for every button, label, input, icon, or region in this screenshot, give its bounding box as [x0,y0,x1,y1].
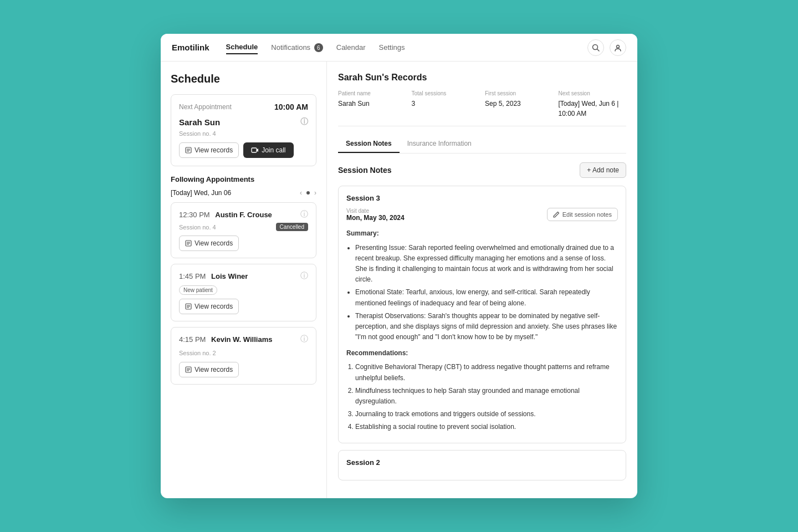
new-patient-tag: New patient [179,285,217,295]
recommendation-1: Cognitive Behavioral Therapy (CBT) to ad… [355,362,618,383]
session-notes-header: Session Notes + Add note [338,162,626,178]
recommendation-3: Journaling to track emotions and trigger… [355,409,618,420]
summary-bullet-1: Presenting Issue: Sarah reported feeling… [355,243,618,285]
record-tabs: Session Notes Insurance Information [338,135,626,154]
view-records-button-next[interactable]: View records [179,142,239,158]
view-records-button-lois[interactable]: View records [179,299,239,314]
right-panel: Sarah Sun's Records Patient name Sarah S… [327,62,637,498]
session-2-card: Session 2 [338,450,626,480]
kevin-info-icon[interactable]: ⓘ [300,334,308,344]
records-icon [185,147,192,154]
kevin-session-label: Session no. 2 [179,350,216,356]
next-appointment-time: 10:00 AM [274,103,308,111]
date-controls: ‹ › [300,189,316,197]
view-records-button-austin[interactable]: View records [179,236,239,251]
page-title: Schedule [171,73,316,85]
nav-notifications[interactable]: Notifications 6 [271,41,323,55]
edit-icon [553,211,560,218]
video-call-icon [251,147,259,154]
patient-info-icon[interactable]: ⓘ [300,117,308,127]
tab-insurance[interactable]: Insurance Information [400,135,479,153]
next-appointment-card: Next Appointment 10:00 AM Sarah Sun ⓘ Se… [171,94,316,166]
add-note-button[interactable]: + Add note [580,162,626,178]
notification-badge: 6 [314,43,323,52]
date-navigation: [Today] Wed, Jun 06 ‹ › [171,189,316,197]
meta-first-session: First session Sep 5, 2023 [485,90,553,118]
nav-action-icons [587,39,626,56]
cancelled-tag: Cancelled [276,223,308,231]
date-label: [Today] Wed, Jun 06 [171,189,231,197]
nav-links: Schedule Notifications 6 Calendar Settin… [226,40,587,54]
next-date-button[interactable]: › [314,189,316,197]
austin-session-row: Session no. 4 Cancelled [179,223,308,231]
session-3-title: Session 3 [346,194,618,202]
appointment-time-patient: 12:30 PM Austin F. Crouse [179,211,272,219]
edit-session-notes-button[interactable]: Edit session notes [547,208,618,221]
kevin-session-row: Session no. 2 [179,347,308,357]
main-content: Schedule Next Appointment 10:00 AM Sarah… [161,62,637,498]
appointment-item-header-austin: 12:30 PM Austin F. Crouse ⓘ [179,209,308,219]
appointment-item-austin: 12:30 PM Austin F. Crouse ⓘ Session no. … [171,202,316,258]
records-icon-austin [185,240,192,247]
session-3-card: Session 3 Visit date Mon, May 30, 2024 E… [338,186,626,443]
records-title: Sarah Sun's Records [338,73,626,83]
records-title-suffix: 's Records [382,73,427,82]
svg-rect-7 [252,148,257,152]
meta-next-session: Next session [Today] Wed, Jun 6 | 10:00 … [559,90,627,118]
visit-date-value: Mon, May 30, 2024 [346,214,405,222]
nav-bar: Emotilink Schedule Notifications 6 Calen… [161,34,637,62]
meta-total-sessions: Total sessions 3 [412,90,480,118]
records-patient-name: Sarah Sun [338,73,382,82]
kevin-time-patient: 4:15 PM Kevin W. Williams [179,335,272,344]
next-appointment-patient: Sarah Sun ⓘ [179,117,308,127]
next-appointment-header: Next Appointment 10:00 AM [179,103,308,111]
visit-date-label: Visit date [346,208,405,214]
svg-line-1 [597,49,600,51]
austin-session-label: Session no. 4 [179,224,216,231]
lois-time-patient: 1:45 PM Lois Winer [179,272,248,280]
visit-date-info: Visit date Mon, May 30, 2024 [346,208,405,222]
date-dot-indicator [306,191,310,195]
records-icon-lois [185,303,192,310]
summary-bullet-3: Therapist Observations: Sarah's thoughts… [355,311,618,343]
svg-point-2 [617,45,620,48]
view-records-button-kevin[interactable]: View records [179,362,239,377]
appointment-item-header-lois: 1:45 PM Lois Winer ⓘ [179,271,308,281]
join-call-button[interactable]: Join call [243,142,293,158]
lois-tag-row: New patient [179,284,308,294]
appointment-item-kevin: 4:15 PM Kevin W. Williams ⓘ Session no. … [171,327,316,385]
session-2-title: Session 2 [346,458,618,467]
visit-date-row: Visit date Mon, May 30, 2024 Edit sessio… [346,208,618,222]
appointment-item-lois: 1:45 PM Lois Winer ⓘ New patient View [171,264,316,321]
appointment-item-header-kevin: 4:15 PM Kevin W. Williams ⓘ [179,334,308,344]
summary-bullets: Presenting Issue: Sarah reported feeling… [346,243,618,343]
tab-session-notes[interactable]: Session Notes [338,135,400,153]
nav-schedule[interactable]: Schedule [226,40,258,54]
session-summary: Summary: Presenting Issue: Sarah reporte… [346,228,618,432]
prev-date-button[interactable]: ‹ [300,189,302,197]
summary-bullet-2: Emotional State: Tearful, anxious, low e… [355,287,618,308]
lois-info-icon[interactable]: ⓘ [300,271,308,281]
recommendation-2: Mindfulness techniques to help Sarah sta… [355,386,618,407]
meta-patient-name: Patient name Sarah Sun [338,90,406,118]
nav-settings[interactable]: Settings [379,41,405,54]
brand-logo: Emotilink [172,43,209,52]
search-button[interactable] [587,39,604,56]
next-appointment-label: Next Appointment [179,103,232,111]
profile-button[interactable] [610,39,626,56]
records-icon-kevin [185,366,192,373]
patient-meta: Patient name Sarah Sun Total sessions 3 … [338,90,626,126]
nav-calendar[interactable]: Calendar [336,41,366,54]
left-panel: Schedule Next Appointment 10:00 AM Sarah… [161,62,327,498]
session-notes-title: Session Notes [338,166,391,175]
recommendations-list: Cognitive Behavioral Therapy (CBT) to ad… [346,362,618,432]
following-appointments-title: Following Appointments [171,175,316,183]
recommendation-4: Establishing a social routine to prevent… [355,422,618,432]
next-appointment-session: Session no. 4 [179,130,308,137]
next-appointment-actions: View records Join call [179,142,308,158]
austin-info-icon[interactable]: ⓘ [300,209,308,219]
app-window: Emotilink Schedule Notifications 6 Calen… [161,34,637,498]
